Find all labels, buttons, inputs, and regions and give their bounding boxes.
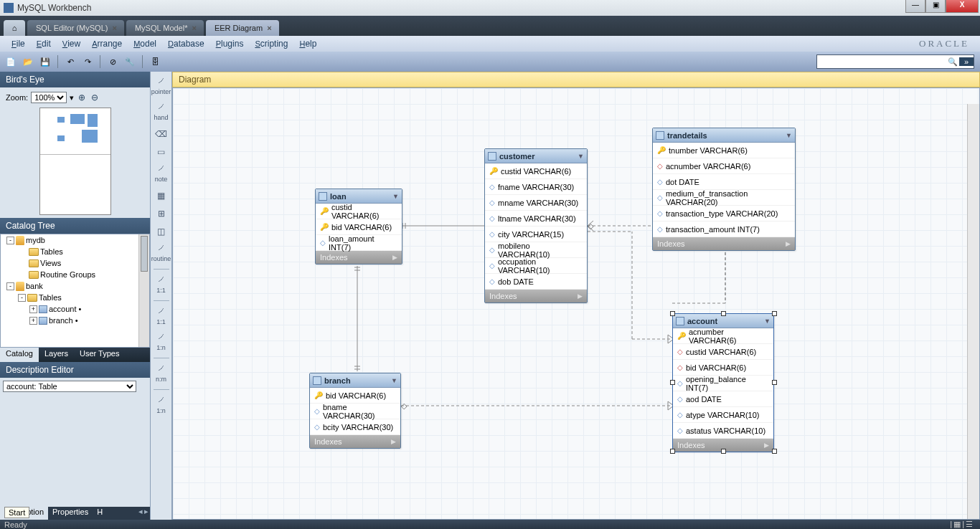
expand-icon[interactable]: ▶ [764,442,769,449]
expand-icon[interactable]: ▶ [392,254,397,261]
resize-handle[interactable] [670,311,675,316]
zoom-dropdown-icon[interactable]: ▾ [70,93,74,103]
collapse-icon[interactable]: ▼ [786,132,792,139]
column-row[interactable]: ◇city VARCHAR(15) [485,227,587,242]
tree-item[interactable]: Views [1,257,149,269]
collapse-icon[interactable]: ▼ [391,377,397,384]
document-tab[interactable]: EER Diagram× [206,20,279,36]
tree-item[interactable]: Tables [1,246,149,257]
resize-handle[interactable] [772,380,777,385]
zoom-out-icon[interactable]: ⊖ [90,92,100,103]
menu-view[interactable]: View [57,37,86,51]
expander-icon[interactable]: + [29,305,37,313]
search-icon[interactable]: 🔍 [946,57,959,67]
resize-handle[interactable] [721,449,726,454]
menu-help[interactable]: Help [293,37,322,51]
open-folder-icon[interactable]: 📂 [22,55,34,68]
desc-tab[interactable]: Properties [48,507,93,520]
menu-edit[interactable]: Edit [31,37,57,51]
expander-icon[interactable]: - [18,294,26,302]
relation-tool[interactable]: n:m [156,376,166,386]
column-row[interactable]: 🔑bid VARCHAR(6) [310,388,400,404]
minimap[interactable] [39,108,111,215]
column-row[interactable]: ◇atype VARCHAR(10) [673,407,773,423]
entity-loan[interactable]: loan▼🔑custid VARCHAR(6)🔑bid VARCHAR(6)◇l… [315,189,402,264]
tree-item[interactable]: +branch • [1,315,149,326]
entity-header[interactable]: account▼ [673,314,773,328]
column-row[interactable]: 🔑tnumber VARCHAR(6) [653,143,795,158]
undo-icon[interactable]: ↶ [64,55,77,68]
table-tool[interactable]: ⊞ [154,206,169,221]
search-input[interactable] [817,57,946,66]
column-row[interactable]: ◇bname VARCHAR(30) [310,404,400,419]
menu-arrange[interactable]: Arrange [86,37,128,51]
relation-tool[interactable]: note [155,176,168,186]
collapse-icon[interactable]: ▼ [578,153,584,160]
close-icon[interactable]: × [112,24,116,32]
relation-tool[interactable]: pointer [151,88,171,98]
close-icon[interactable]: × [267,24,271,32]
column-row[interactable]: ◇dot DATE [653,174,795,190]
resize-handle[interactable] [670,380,675,385]
entity-customer[interactable]: customer▼🔑custid VARCHAR(6)◇fname VARCHA… [484,148,588,303]
column-row[interactable]: ◇transaction_type VARCHAR(20) [653,206,795,221]
entity-header[interactable]: trandetails▼ [653,128,795,143]
tree-item[interactable]: Routine Groups [1,269,149,280]
save-icon[interactable]: 💾 [39,55,52,68]
menu-plugins[interactable]: Plugins [210,37,250,51]
document-tab[interactable]: SQL Editor (MySQL)× [27,20,124,36]
menu-model[interactable]: Model [128,37,162,51]
resize-handle[interactable] [670,449,675,454]
relation-tool[interactable]: 1:n [156,344,166,354]
menu-database[interactable]: Database [162,37,210,51]
tree-item[interactable]: -bank [1,280,149,292]
column-row[interactable]: ◇acnumber VARCHAR(6) [653,158,795,174]
next-icon[interactable]: ▸ [144,507,149,520]
column-row[interactable]: 🔑custid VARCHAR(6) [316,204,402,219]
db-icon[interactable]: 🗄 [149,55,161,68]
wrench-icon[interactable]: 🔧 [123,55,136,68]
validate-icon[interactable]: ⊘ [106,55,119,68]
indexes-row[interactable]: Indexes▶ [316,251,402,264]
relation-tool[interactable]: 1:1 [156,318,166,328]
tree-item[interactable]: -mydb [1,234,149,246]
column-row[interactable]: 🔑bid VARCHAR(6) [316,219,402,235]
view-tool[interactable]: ◫ [154,224,169,239]
expand-icon[interactable]: ▶ [578,292,583,300]
expand-icon[interactable]: ▶ [786,240,791,247]
column-row[interactable]: ◇bcity VARCHAR(30) [310,419,400,435]
resize-handle[interactable] [772,311,777,316]
entity-header[interactable]: customer▼ [485,149,587,163]
entity-header[interactable]: branch▼ [310,373,400,388]
description-select[interactable]: account: Table [3,381,136,392]
expander-icon[interactable]: - [6,237,14,244]
expand-icon[interactable]: ▶ [391,438,396,445]
resize-handle[interactable] [772,449,777,454]
collapse-icon[interactable]: ▼ [392,193,399,200]
column-row[interactable]: 🔑custid VARCHAR(6) [485,163,587,179]
expander-icon[interactable]: + [29,317,37,325]
entity-branch[interactable]: branch▼🔑bid VARCHAR(6)◇bname VARCHAR(30)… [309,373,401,449]
resize-handle[interactable] [721,311,726,316]
maximize-button[interactable]: ▣ [925,0,946,13]
home-tab[interactable]: ⌂ [4,20,25,36]
close-icon[interactable]: × [192,24,196,32]
column-row[interactable]: ◇custid VARCHAR(6) [673,344,773,360]
minimize-button[interactable]: — [905,0,925,13]
search-box[interactable]: 🔍 » [816,54,974,69]
document-tab[interactable]: MySQL Model*× [126,20,204,36]
eraser-tool[interactable]: ⌫ [154,126,169,142]
column-row[interactable]: ◇astatus VARCHAR(10) [673,423,773,439]
redo-icon[interactable]: ↷ [81,55,94,68]
expander-icon[interactable]: - [6,282,14,290]
catalog-tab[interactable]: User Types [74,348,125,362]
image-tool[interactable]: ▦ [154,188,169,204]
diagram-canvas[interactable]: ◇ ◇ loan▼🔑custid VARCHAR(6)🔑bid VARCHAR(… [172,87,980,520]
column-row[interactable]: ◇fname VARCHAR(30) [485,179,587,195]
canvas-scrollbar[interactable] [967,104,979,519]
column-row[interactable]: ◇bid VARCHAR(6) [673,360,773,376]
indexes-row[interactable]: Indexes▶ [310,435,400,448]
layer-tool[interactable]: ▭ [154,144,169,160]
column-row[interactable]: ◇dob DATE [485,274,587,290]
tree-item[interactable]: +account • [1,303,149,315]
